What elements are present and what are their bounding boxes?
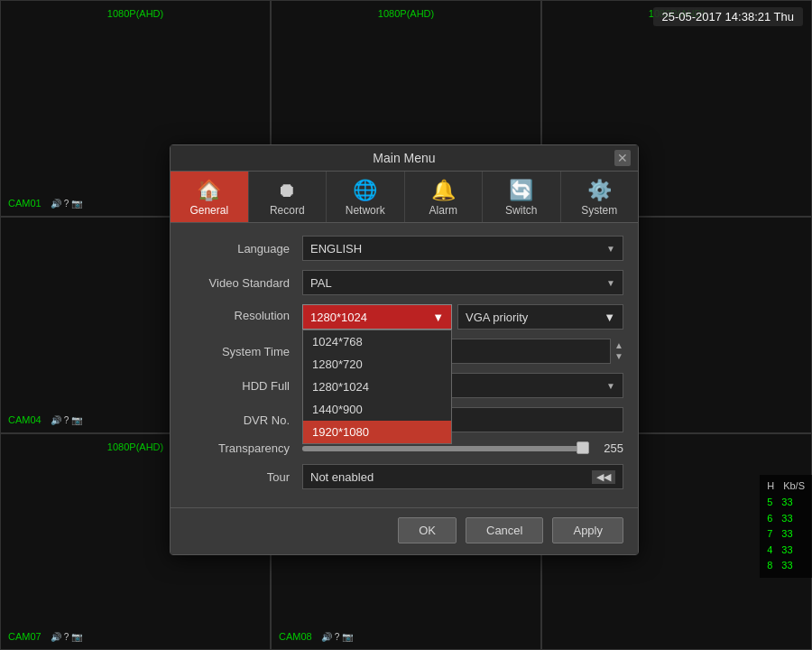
language-row: Language ENGLISH ▼ <box>185 236 623 261</box>
cam8-id: CAM08 <box>279 631 312 642</box>
language-arrow-icon: ▼ <box>606 244 615 254</box>
tab-switch[interactable]: 🔄 Switch <box>483 172 561 222</box>
tab-system[interactable]: ⚙️ System <box>561 172 639 222</box>
tab-record-label: Record <box>270 204 305 217</box>
res-option-1280-1024[interactable]: 1280*1024 <box>303 376 451 398</box>
res-option-1024[interactable]: 1024*768 <box>303 330 451 353</box>
cam4-id: CAM04 <box>8 414 42 425</box>
cam7-icons: 🔊 ? 📷 <box>51 632 82 642</box>
tab-record[interactable]: ⏺ Record <box>249 172 328 222</box>
tour-arrows: ◀◀ <box>592 470 615 484</box>
video-std-dropdown[interactable]: PAL ▼ <box>302 270 623 295</box>
tab-system-label: System <box>581 204 617 217</box>
cam7-id: CAM07 <box>8 631 42 642</box>
menu-content: Language ENGLISH ▼ Video Standard PAL ▼ … <box>171 223 638 507</box>
vga-priority-arrow-icon: ▼ <box>604 311 615 324</box>
stat-header-h: H <box>767 478 774 495</box>
vga-priority-dropdown[interactable]: VGA priority ▼ <box>457 304 623 330</box>
cancel-button[interactable]: Cancel <box>466 517 543 543</box>
hdd-full-arrow-icon: ▼ <box>606 381 615 391</box>
cam1-id: CAM01 <box>8 198 42 209</box>
tab-general-label: General <box>189 204 228 217</box>
menu-title: Main Menu <box>373 151 435 165</box>
stat-h-1: 5 <box>767 495 772 511</box>
transparency-slider-fill <box>302 446 589 451</box>
cam2-top-label: 1080P(AHD) <box>378 8 434 19</box>
tab-alarm[interactable]: 🔔 Alarm <box>405 172 484 222</box>
video-std-value: PAL <box>310 276 332 290</box>
stat-kbs-1: 33 <box>781 495 792 511</box>
language-value: ENGLISH <box>310 242 362 255</box>
stat-kbs-5: 33 <box>781 558 792 574</box>
system-icon: ⚙️ <box>587 179 612 202</box>
res-option-1280-720[interactable]: 1280*720 <box>303 353 451 376</box>
transparency-slider-track[interactable] <box>302 446 589 451</box>
tour-row: Tour Not enabled ◀◀ <box>185 464 623 489</box>
datetime-display: 25-05-2017 14:38:21 Thu <box>653 7 804 26</box>
tab-switch-label: Switch <box>505 204 537 217</box>
stat-h-3: 7 <box>767 526 772 543</box>
tour-label: Tour <box>185 470 302 484</box>
resolution-label: Resolution <box>185 304 302 322</box>
stat-kbs-3: 33 <box>781 526 792 543</box>
resolution-dropdown[interactable]: 1280*1024 ▼ <box>302 304 452 330</box>
tab-row: 🏠 General ⏺ Record 🌐 Network 🔔 Alarm 🔄 S… <box>171 172 638 223</box>
vga-priority-value: VGA priority <box>466 311 528 324</box>
resolution-dropdown-list: 1024*768 1280*720 1280*1024 1440*900 192… <box>302 330 452 444</box>
transparency-label: Transparency <box>185 441 302 455</box>
video-std-row: Video Standard PAL ▼ <box>185 270 623 295</box>
resolution-select-container: 1280*1024 ▼ 1024*768 1280*720 1280*1024 … <box>302 304 452 330</box>
cam4-icons: 🔊 ? 📷 <box>51 415 82 425</box>
menu-titlebar: Main Menu ✕ <box>171 145 638 172</box>
alarm-icon: 🔔 <box>431 179 456 202</box>
tab-alarm-label: Alarm <box>429 204 457 217</box>
cam7-top-label: 1080P(AHD) <box>107 441 163 452</box>
tab-general[interactable]: 🏠 General <box>171 172 249 222</box>
video-std-arrow-icon: ▼ <box>606 278 615 288</box>
main-menu-dialog: Main Menu ✕ 🏠 General ⏺ Record 🌐 Network… <box>170 144 639 555</box>
language-label: Language <box>185 242 302 255</box>
tour-control[interactable]: Not enabled ◀◀ <box>302 464 623 489</box>
tab-network[interactable]: 🌐 Network <box>327 172 405 222</box>
switch-icon: 🔄 <box>509 179 533 202</box>
tab-network-label: Network <box>346 204 385 217</box>
stat-kbs-4: 33 <box>781 543 792 559</box>
resolution-value: 1280*1024 <box>310 311 367 324</box>
ok-button[interactable]: OK <box>398 517 457 543</box>
res-option-1920[interactable]: 1920*1080 <box>303 421 451 443</box>
general-icon: 🏠 <box>197 179 221 202</box>
cam1-icons: 🔊 ? 📷 <box>51 199 82 209</box>
system-time-label: System Time <box>185 345 302 358</box>
res-option-1440[interactable]: 1440*900 <box>303 398 451 421</box>
stat-h-4: 4 <box>767 543 772 559</box>
close-button[interactable]: ✕ <box>614 150 631 166</box>
dvr-no-label: DVR No. <box>185 413 302 427</box>
menu-footer: OK Cancel Apply <box>171 507 638 554</box>
stat-header-kbs: Kb/S <box>783 478 805 495</box>
language-dropdown[interactable]: ENGLISH ▼ <box>302 236 623 261</box>
hdd-full-label: HDD Full <box>185 379 302 393</box>
time-up-icon[interactable]: ▲ <box>614 340 623 351</box>
video-std-label: Video Standard <box>185 276 302 290</box>
resolution-row: Resolution 1280*1024 ▼ 1024*768 1280*720… <box>185 304 623 330</box>
network-icon: 🌐 <box>353 179 377 202</box>
resolution-arrow-icon: ▼ <box>432 311 444 324</box>
time-arrows: ▲ ▼ <box>614 340 623 362</box>
stat-h-2: 6 <box>767 511 772 527</box>
cam8-icons: 🔊 ? 📷 <box>321 632 353 642</box>
stats-panel: H Kb/S 533 633 733 433 833 <box>760 475 812 578</box>
tour-value: Not enabled <box>310 470 374 484</box>
transparency-slider-thumb[interactable] <box>577 441 589 454</box>
resolution-controls: 1280*1024 ▼ 1024*768 1280*720 1280*1024 … <box>302 304 623 330</box>
tour-prev-icon[interactable]: ◀◀ <box>592 470 615 484</box>
cam1-top-label: 1080P(AHD) <box>107 8 163 19</box>
stat-kbs-2: 33 <box>781 511 792 527</box>
stat-h-5: 8 <box>767 558 772 574</box>
time-down-icon[interactable]: ▼ <box>614 351 623 362</box>
apply-button[interactable]: Apply <box>552 517 623 543</box>
record-icon: ⏺ <box>277 179 297 202</box>
transparency-value: 255 <box>596 441 623 455</box>
